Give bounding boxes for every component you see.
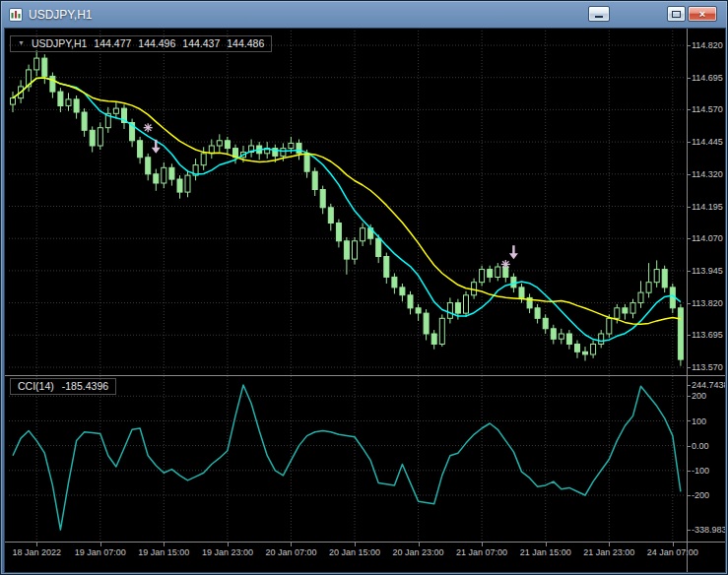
time-axis-label: 21 Jan 23:00 — [583, 547, 634, 557]
time-axis-label: 21 Jan 07:00 — [456, 547, 507, 557]
time-axis-label: 19 Jan 07:00 — [75, 547, 126, 557]
time-axis-label: 19 Jan 23:00 — [202, 547, 253, 557]
cci-axis-label: -338.9839 — [692, 525, 725, 535]
price-axis-label: 113.820 — [692, 298, 723, 308]
price-axis-label: 113.695 — [692, 330, 723, 340]
chart-window: USDJPY,H1 × 114.820114.695114.570114.445… — [0, 0, 728, 575]
maximize-button[interactable] — [667, 6, 686, 22]
minimize-icon — [595, 16, 603, 18]
cci-axis-label: 100 — [692, 416, 706, 426]
price-axis-label: 114.445 — [692, 137, 723, 147]
price-axis-label: 114.695 — [692, 73, 723, 83]
sell-arrow-icon — [152, 140, 161, 154]
time-axis-label: 24 Jan 07:00 — [647, 547, 698, 557]
time-axis-label: 20 Jan 15:00 — [329, 547, 380, 557]
cci-axis-label: -200 — [692, 490, 709, 500]
close-value: 144.486 — [227, 37, 264, 49]
cci-axis-label: 244.7438 — [692, 380, 725, 390]
price-axis-label: 114.320 — [692, 169, 723, 179]
cci-axis-label: -100 — [692, 466, 709, 476]
close-icon: × — [699, 7, 705, 21]
cci-line — [13, 385, 681, 530]
indicator-name: CCI(14) — [18, 380, 54, 392]
one-click-trading-arrow-icon[interactable]: ▼ — [18, 38, 25, 48]
window-titlebar[interactable]: USDJPY,H1 × — [1, 1, 727, 29]
candlestick-series — [11, 50, 684, 366]
time-axis-label: 19 Jan 15:00 — [138, 547, 189, 557]
chart-client-area: 114.820114.695114.570114.445114.320114.1… — [5, 29, 725, 572]
price-axis-label: 114.570 — [692, 104, 723, 114]
high-value: 144.496 — [138, 37, 175, 49]
price-axis-label: 114.070 — [692, 233, 723, 243]
indicator-label: CCI(14) -185.4396 — [10, 378, 116, 395]
time-axis-label: 20 Jan 23:00 — [393, 547, 444, 557]
close-button[interactable]: × — [688, 6, 717, 22]
indicator-current-value: -185.4396 — [62, 380, 108, 392]
time-axis-label: 21 Jan 15:00 — [520, 547, 571, 557]
cci-axis-label: 0.00 — [692, 441, 709, 451]
low-value: 144.437 — [182, 37, 220, 49]
signal-markers — [144, 123, 518, 269]
chart-canvas[interactable]: 114.820114.695114.570114.445114.320114.1… — [5, 29, 725, 572]
chart-grid — [9, 31, 685, 542]
window-icon — [9, 8, 23, 22]
ohlc-header[interactable]: ▼ USDJPY,H1 144.477 144.496 144.437 144.… — [10, 35, 272, 52]
maximize-icon — [672, 11, 681, 18]
price-axis-label: 113.570 — [692, 362, 723, 372]
price-axis-label: 114.195 — [692, 202, 723, 212]
cci-axis-label: 200 — [692, 391, 706, 401]
symbol-timeframe-label: USDJPY,H1 — [32, 37, 87, 49]
axis-labels: 114.820114.695114.570114.445114.320114.1… — [12, 40, 725, 557]
price-axis-label: 114.820 — [692, 40, 723, 50]
ma-line-slow-yellow — [13, 78, 681, 324]
window-title: USDJPY,H1 — [29, 8, 92, 22]
open-value: 144.477 — [94, 37, 131, 49]
price-axis-label: 113.945 — [692, 266, 723, 276]
window-caption-buttons: × — [588, 6, 717, 22]
sell-arrow-icon — [509, 245, 518, 259]
time-axis-label: 20 Jan 07:00 — [265, 547, 316, 557]
minimize-button[interactable] — [588, 6, 610, 22]
ma-line-fast-cyan — [13, 78, 681, 342]
time-axis-label: 18 Jan 2022 — [12, 547, 61, 557]
